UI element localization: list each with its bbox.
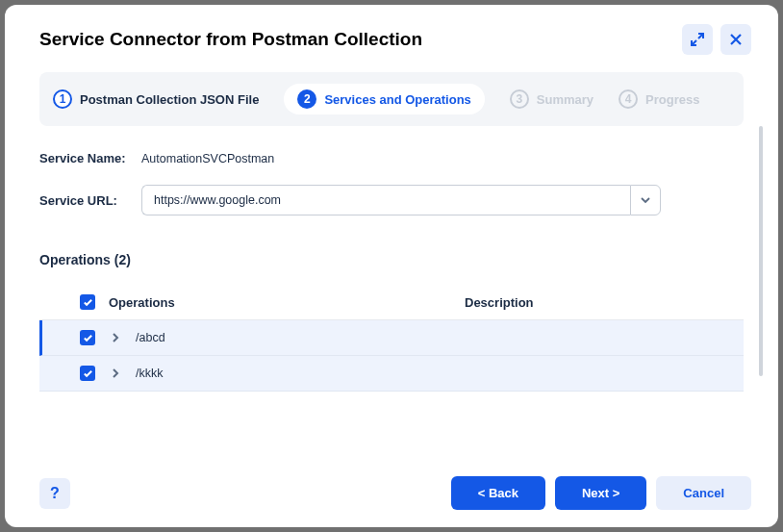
expand-toggle[interactable] <box>109 331 122 344</box>
operations-column-header: Operations <box>109 295 175 310</box>
service-name-value: AutomationSVCPostman <box>141 152 274 165</box>
check-icon <box>83 297 93 308</box>
step-services-operations[interactable]: 2 Services and Operations <box>284 84 484 114</box>
stepper: 1 Postman Collection JSON File 2 Service… <box>39 72 744 126</box>
step-number: 2 <box>297 89 316 109</box>
service-name-row: Service Name: AutomationSVCPostman <box>39 151 744 165</box>
footer: ? < Back Next > Cancel <box>5 461 778 527</box>
table-row[interactable]: /kkkk <box>39 356 744 392</box>
service-url-input[interactable] <box>141 185 630 215</box>
select-all-checkbox[interactable] <box>80 294 95 310</box>
footer-actions: < Back Next > Cancel <box>451 476 751 510</box>
service-url-input-wrap <box>141 185 661 215</box>
step-number: 3 <box>510 89 529 109</box>
step-number: 1 <box>53 89 72 109</box>
step-summary: 3 Summary <box>510 89 594 109</box>
step-label: Progress <box>645 92 699 107</box>
operations-header: Operations Description <box>39 285 744 320</box>
next-button[interactable]: Next > <box>555 476 646 510</box>
operations-table: Operations Description /abcd <box>39 285 744 392</box>
page-title: Service Connector from Postman Collectio… <box>39 29 422 50</box>
expand-toggle[interactable] <box>109 367 122 380</box>
step-label: Summary <box>537 92 594 107</box>
step-progress: 4 Progress <box>619 89 699 109</box>
operation-path: /kkkk <box>136 367 163 380</box>
service-url-row: Service URL: <box>39 185 744 215</box>
row-checkbox[interactable] <box>80 330 95 345</box>
operations-title: Operations (2) <box>39 252 744 267</box>
modal: Service Connector from Postman Collectio… <box>5 5 778 527</box>
scrollbar[interactable] <box>759 126 763 376</box>
content-area: Service Name: AutomationSVCPostman Servi… <box>5 126 778 461</box>
help-button[interactable]: ? <box>39 478 70 509</box>
description-column-header: Description <box>465 295 534 310</box>
close-button[interactable] <box>720 24 751 55</box>
chevron-right-icon <box>110 367 121 379</box>
expand-icon <box>690 32 705 47</box>
operation-path: /abcd <box>136 331 165 344</box>
step-number: 4 <box>619 89 638 109</box>
expand-button[interactable] <box>682 24 713 55</box>
check-icon <box>83 333 93 343</box>
check-icon <box>83 368 93 379</box>
step-label: Postman Collection JSON File <box>80 92 259 107</box>
service-url-label: Service URL: <box>39 193 141 208</box>
close-icon <box>728 32 744 47</box>
cancel-button[interactable]: Cancel <box>656 476 751 510</box>
service-name-label: Service Name: <box>39 151 141 165</box>
modal-header: Service Connector from Postman Collectio… <box>5 5 778 66</box>
chevron-right-icon <box>110 332 121 343</box>
header-actions <box>682 24 751 55</box>
service-url-dropdown[interactable] <box>630 185 661 215</box>
chevron-down-icon <box>640 194 651 206</box>
step-label: Services and Operations <box>324 92 470 107</box>
row-checkbox[interactable] <box>80 366 95 381</box>
step-postman-json[interactable]: 1 Postman Collection JSON File <box>53 89 259 109</box>
table-row[interactable]: /abcd <box>39 320 744 356</box>
back-button[interactable]: < Back <box>451 476 545 510</box>
